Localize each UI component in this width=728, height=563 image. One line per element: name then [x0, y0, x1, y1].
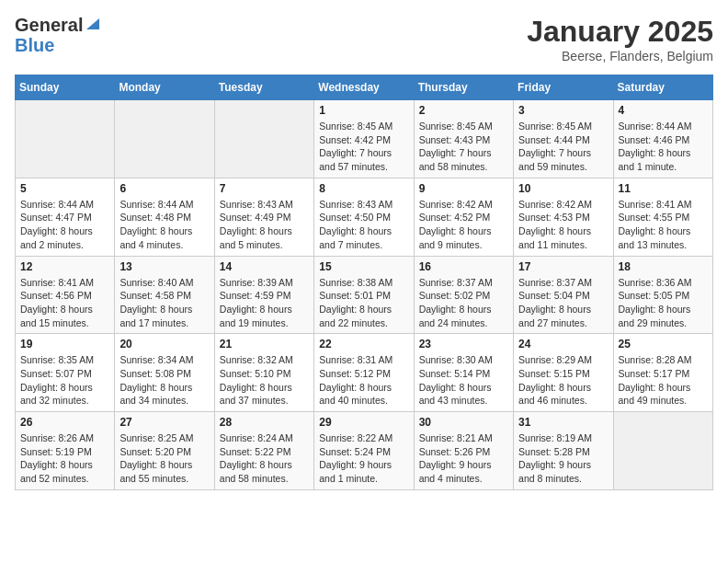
- calendar-cell: 21Sunrise: 8:32 AMSunset: 5:10 PMDayligh…: [214, 334, 313, 412]
- week-row-2: 5Sunrise: 8:44 AMSunset: 4:47 PMDaylight…: [16, 178, 713, 256]
- day-number: 25: [619, 338, 708, 350]
- cell-content: Sunrise: 8:32 AMSunset: 5:10 PMDaylight:…: [220, 353, 309, 408]
- cell-content: Sunrise: 8:42 AMSunset: 4:52 PMDaylight:…: [419, 198, 508, 252]
- day-number: 23: [419, 338, 508, 350]
- cell-content: Sunrise: 8:41 AMSunset: 4:55 PMDaylight:…: [619, 198, 708, 252]
- calendar-cell: 19Sunrise: 8:35 AMSunset: 5:07 PMDayligh…: [16, 334, 115, 412]
- calendar-cell: 22Sunrise: 8:31 AMSunset: 5:12 PMDayligh…: [314, 334, 414, 412]
- day-number: 17: [518, 260, 608, 273]
- day-number: 27: [119, 416, 209, 429]
- calendar: SundayMondayTuesdayWednesdayThursdayFrid…: [15, 75, 713, 490]
- weekday-header-monday: Monday: [115, 75, 214, 100]
- calendar-cell: 28Sunrise: 8:24 AMSunset: 5:22 PMDayligh…: [214, 412, 313, 490]
- day-number: 22: [319, 338, 408, 350]
- calendar-cell: 8Sunrise: 8:43 AMSunset: 4:50 PMDaylight…: [314, 178, 414, 256]
- svg-marker-0: [86, 18, 99, 29]
- calendar-cell: 9Sunrise: 8:42 AMSunset: 4:52 PMDaylight…: [414, 178, 513, 256]
- header: General Blue January 2025 Beerse, Flande…: [15, 15, 713, 63]
- logo-triangle-icon: [85, 15, 101, 35]
- day-number: 14: [220, 260, 309, 273]
- cell-content: Sunrise: 8:28 AMSunset: 5:17 PMDaylight:…: [619, 353, 708, 408]
- calendar-cell: 10Sunrise: 8:42 AMSunset: 4:53 PMDayligh…: [514, 178, 613, 256]
- logo-general-text: General: [15, 15, 83, 35]
- week-row-5: 26Sunrise: 8:26 AMSunset: 5:19 PMDayligh…: [16, 412, 713, 490]
- cell-content: Sunrise: 8:26 AMSunset: 5:19 PMDaylight:…: [20, 431, 109, 486]
- calendar-cell: [16, 100, 115, 178]
- day-number: 6: [119, 182, 209, 195]
- cell-content: Sunrise: 8:19 AMSunset: 5:28 PMDaylight:…: [518, 431, 608, 486]
- cell-content: Sunrise: 8:31 AMSunset: 5:12 PMDaylight:…: [319, 353, 408, 408]
- month-title: January 2025: [527, 15, 713, 49]
- day-number: 8: [319, 182, 408, 195]
- calendar-cell: 26Sunrise: 8:26 AMSunset: 5:19 PMDayligh…: [16, 412, 115, 490]
- cell-content: Sunrise: 8:34 AMSunset: 5:08 PMDaylight:…: [119, 353, 209, 408]
- calendar-cell: 17Sunrise: 8:37 AMSunset: 5:04 PMDayligh…: [514, 256, 613, 334]
- day-number: 12: [20, 260, 109, 273]
- day-number: 15: [319, 260, 408, 273]
- cell-content: Sunrise: 8:21 AMSunset: 5:26 PMDaylight:…: [419, 431, 508, 486]
- week-row-3: 12Sunrise: 8:41 AMSunset: 4:56 PMDayligh…: [16, 256, 713, 334]
- cell-content: Sunrise: 8:39 AMSunset: 4:59 PMDaylight:…: [220, 276, 309, 330]
- day-number: 2: [419, 104, 508, 117]
- calendar-cell: 11Sunrise: 8:41 AMSunset: 4:55 PMDayligh…: [613, 178, 712, 256]
- weekday-header-thursday: Thursday: [414, 75, 513, 100]
- cell-content: Sunrise: 8:24 AMSunset: 5:22 PMDaylight:…: [220, 431, 309, 486]
- cell-content: Sunrise: 8:44 AMSunset: 4:48 PMDaylight:…: [119, 198, 209, 252]
- calendar-cell: [214, 100, 313, 178]
- calendar-cell: 27Sunrise: 8:25 AMSunset: 5:20 PMDayligh…: [115, 412, 214, 490]
- cell-content: Sunrise: 8:29 AMSunset: 5:15 PMDaylight:…: [518, 353, 608, 408]
- day-number: 26: [20, 416, 109, 429]
- location: Beerse, Flanders, Belgium: [527, 49, 713, 63]
- cell-content: Sunrise: 8:25 AMSunset: 5:20 PMDaylight:…: [119, 431, 209, 486]
- cell-content: Sunrise: 8:40 AMSunset: 4:58 PMDaylight:…: [119, 276, 209, 330]
- cell-content: Sunrise: 8:30 AMSunset: 5:14 PMDaylight:…: [419, 353, 508, 408]
- calendar-cell: 12Sunrise: 8:41 AMSunset: 4:56 PMDayligh…: [16, 256, 115, 334]
- logo: General Blue: [15, 15, 101, 55]
- day-number: 3: [518, 104, 608, 117]
- week-row-1: 1Sunrise: 8:45 AMSunset: 4:42 PMDaylight…: [16, 100, 713, 178]
- weekday-header-sunday: Sunday: [16, 75, 115, 100]
- day-number: 5: [20, 182, 109, 195]
- cell-content: Sunrise: 8:36 AMSunset: 5:05 PMDaylight:…: [619, 276, 708, 330]
- logo-blue-text: Blue: [15, 35, 54, 55]
- calendar-cell: 2Sunrise: 8:45 AMSunset: 4:43 PMDaylight…: [414, 100, 513, 178]
- cell-content: Sunrise: 8:37 AMSunset: 5:04 PMDaylight:…: [518, 276, 608, 330]
- day-number: 11: [619, 182, 708, 195]
- cell-content: Sunrise: 8:44 AMSunset: 4:47 PMDaylight:…: [20, 198, 109, 252]
- day-number: 29: [319, 416, 408, 429]
- calendar-cell: 15Sunrise: 8:38 AMSunset: 5:01 PMDayligh…: [314, 256, 414, 334]
- calendar-cell: 23Sunrise: 8:30 AMSunset: 5:14 PMDayligh…: [414, 334, 513, 412]
- cell-content: Sunrise: 8:44 AMSunset: 4:46 PMDaylight:…: [619, 120, 708, 174]
- cell-content: Sunrise: 8:43 AMSunset: 4:49 PMDaylight:…: [220, 198, 309, 252]
- weekday-header-saturday: Saturday: [613, 75, 712, 100]
- calendar-cell: 13Sunrise: 8:40 AMSunset: 4:58 PMDayligh…: [115, 256, 214, 334]
- cell-content: Sunrise: 8:45 AMSunset: 4:42 PMDaylight:…: [319, 120, 408, 174]
- cell-content: Sunrise: 8:22 AMSunset: 5:24 PMDaylight:…: [319, 431, 408, 486]
- cell-content: Sunrise: 8:43 AMSunset: 4:50 PMDaylight:…: [319, 198, 408, 252]
- calendar-cell: 7Sunrise: 8:43 AMSunset: 4:49 PMDaylight…: [214, 178, 313, 256]
- cell-content: Sunrise: 8:41 AMSunset: 4:56 PMDaylight:…: [20, 276, 109, 330]
- calendar-cell: 31Sunrise: 8:19 AMSunset: 5:28 PMDayligh…: [514, 412, 613, 490]
- calendar-cell: 30Sunrise: 8:21 AMSunset: 5:26 PMDayligh…: [414, 412, 513, 490]
- calendar-cell: 24Sunrise: 8:29 AMSunset: 5:15 PMDayligh…: [514, 334, 613, 412]
- calendar-cell: [613, 412, 712, 490]
- day-number: 16: [419, 260, 508, 273]
- calendar-cell: 3Sunrise: 8:45 AMSunset: 4:44 PMDaylight…: [514, 100, 613, 178]
- day-number: 31: [518, 416, 608, 429]
- calendar-cell: 6Sunrise: 8:44 AMSunset: 4:48 PMDaylight…: [115, 178, 214, 256]
- weekday-header-row: SundayMondayTuesdayWednesdayThursdayFrid…: [16, 75, 713, 100]
- cell-content: Sunrise: 8:45 AMSunset: 4:43 PMDaylight:…: [419, 120, 508, 174]
- calendar-cell: 25Sunrise: 8:28 AMSunset: 5:17 PMDayligh…: [613, 334, 712, 412]
- weekday-header-friday: Friday: [514, 75, 613, 100]
- weekday-header-wednesday: Wednesday: [314, 75, 414, 100]
- cell-content: Sunrise: 8:45 AMSunset: 4:44 PMDaylight:…: [518, 120, 608, 174]
- calendar-cell: [115, 100, 214, 178]
- cell-content: Sunrise: 8:37 AMSunset: 5:02 PMDaylight:…: [419, 276, 508, 330]
- calendar-cell: 29Sunrise: 8:22 AMSunset: 5:24 PMDayligh…: [314, 412, 414, 490]
- day-number: 10: [518, 182, 608, 195]
- calendar-cell: 14Sunrise: 8:39 AMSunset: 4:59 PMDayligh…: [214, 256, 313, 334]
- day-number: 20: [119, 338, 209, 350]
- day-number: 28: [220, 416, 309, 429]
- day-number: 1: [319, 104, 408, 117]
- calendar-cell: 1Sunrise: 8:45 AMSunset: 4:42 PMDaylight…: [314, 100, 414, 178]
